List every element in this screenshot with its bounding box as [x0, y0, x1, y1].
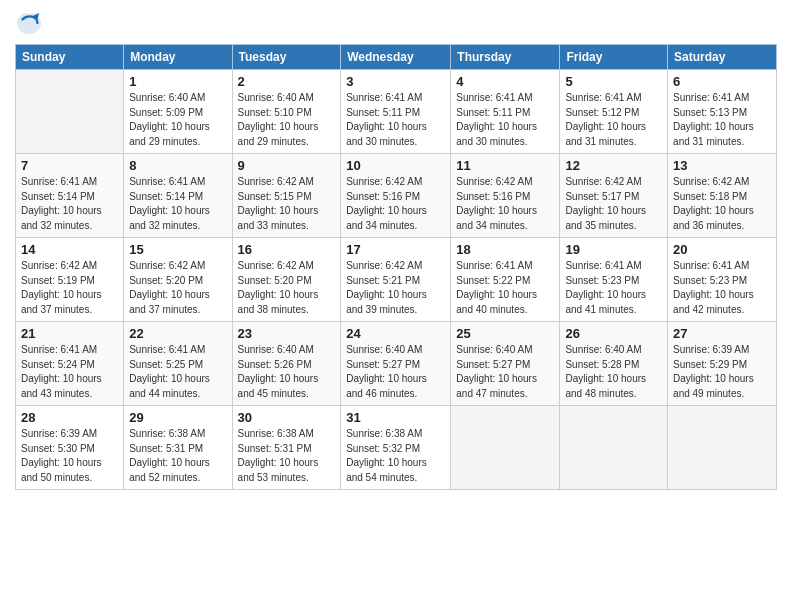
day-info: Sunrise: 6:42 AM Sunset: 5:20 PM Dayligh…: [129, 259, 226, 317]
day-number: 22: [129, 326, 226, 341]
calendar-cell: 21Sunrise: 6:41 AM Sunset: 5:24 PM Dayli…: [16, 322, 124, 406]
day-number: 3: [346, 74, 445, 89]
day-number: 21: [21, 326, 118, 341]
weekday-header-wednesday: Wednesday: [341, 45, 451, 70]
day-number: 12: [565, 158, 662, 173]
weekday-header-thursday: Thursday: [451, 45, 560, 70]
calendar-cell: 3Sunrise: 6:41 AM Sunset: 5:11 PM Daylig…: [341, 70, 451, 154]
day-info: Sunrise: 6:40 AM Sunset: 5:26 PM Dayligh…: [238, 343, 336, 401]
logo: [15, 10, 47, 38]
day-number: 8: [129, 158, 226, 173]
weekday-header-saturday: Saturday: [668, 45, 777, 70]
day-info: Sunrise: 6:42 AM Sunset: 5:19 PM Dayligh…: [21, 259, 118, 317]
calendar-cell: 24Sunrise: 6:40 AM Sunset: 5:27 PM Dayli…: [341, 322, 451, 406]
calendar-cell: 29Sunrise: 6:38 AM Sunset: 5:31 PM Dayli…: [124, 406, 232, 490]
day-number: 26: [565, 326, 662, 341]
calendar-cell: 20Sunrise: 6:41 AM Sunset: 5:23 PM Dayli…: [668, 238, 777, 322]
calendar-cell: 14Sunrise: 6:42 AM Sunset: 5:19 PM Dayli…: [16, 238, 124, 322]
day-number: 20: [673, 242, 771, 257]
day-info: Sunrise: 6:41 AM Sunset: 5:13 PM Dayligh…: [673, 91, 771, 149]
calendar-week-row: 1Sunrise: 6:40 AM Sunset: 5:09 PM Daylig…: [16, 70, 777, 154]
calendar-cell: [668, 406, 777, 490]
day-number: 15: [129, 242, 226, 257]
day-number: 4: [456, 74, 554, 89]
calendar-cell: 19Sunrise: 6:41 AM Sunset: 5:23 PM Dayli…: [560, 238, 668, 322]
calendar-cell: 1Sunrise: 6:40 AM Sunset: 5:09 PM Daylig…: [124, 70, 232, 154]
weekday-header-tuesday: Tuesday: [232, 45, 341, 70]
day-number: 28: [21, 410, 118, 425]
calendar-cell: 12Sunrise: 6:42 AM Sunset: 5:17 PM Dayli…: [560, 154, 668, 238]
day-info: Sunrise: 6:41 AM Sunset: 5:25 PM Dayligh…: [129, 343, 226, 401]
day-number: 7: [21, 158, 118, 173]
day-number: 9: [238, 158, 336, 173]
day-number: 25: [456, 326, 554, 341]
weekday-header-monday: Monday: [124, 45, 232, 70]
day-number: 23: [238, 326, 336, 341]
calendar-cell: 30Sunrise: 6:38 AM Sunset: 5:31 PM Dayli…: [232, 406, 341, 490]
day-info: Sunrise: 6:38 AM Sunset: 5:31 PM Dayligh…: [238, 427, 336, 485]
calendar-cell: 10Sunrise: 6:42 AM Sunset: 5:16 PM Dayli…: [341, 154, 451, 238]
calendar-cell: 7Sunrise: 6:41 AM Sunset: 5:14 PM Daylig…: [16, 154, 124, 238]
calendar-cell: 13Sunrise: 6:42 AM Sunset: 5:18 PM Dayli…: [668, 154, 777, 238]
day-info: Sunrise: 6:41 AM Sunset: 5:23 PM Dayligh…: [565, 259, 662, 317]
day-info: Sunrise: 6:41 AM Sunset: 5:14 PM Dayligh…: [21, 175, 118, 233]
weekday-header-friday: Friday: [560, 45, 668, 70]
calendar-cell: 6Sunrise: 6:41 AM Sunset: 5:13 PM Daylig…: [668, 70, 777, 154]
logo-icon: [15, 10, 43, 38]
calendar-cell: 16Sunrise: 6:42 AM Sunset: 5:20 PM Dayli…: [232, 238, 341, 322]
day-info: Sunrise: 6:40 AM Sunset: 5:27 PM Dayligh…: [346, 343, 445, 401]
calendar-week-row: 21Sunrise: 6:41 AM Sunset: 5:24 PM Dayli…: [16, 322, 777, 406]
calendar-cell: 5Sunrise: 6:41 AM Sunset: 5:12 PM Daylig…: [560, 70, 668, 154]
day-number: 27: [673, 326, 771, 341]
day-info: Sunrise: 6:42 AM Sunset: 5:16 PM Dayligh…: [346, 175, 445, 233]
day-number: 13: [673, 158, 771, 173]
day-info: Sunrise: 6:42 AM Sunset: 5:17 PM Dayligh…: [565, 175, 662, 233]
day-info: Sunrise: 6:39 AM Sunset: 5:29 PM Dayligh…: [673, 343, 771, 401]
header: [15, 10, 777, 38]
calendar-cell: 31Sunrise: 6:38 AM Sunset: 5:32 PM Dayli…: [341, 406, 451, 490]
day-info: Sunrise: 6:42 AM Sunset: 5:20 PM Dayligh…: [238, 259, 336, 317]
calendar-week-row: 28Sunrise: 6:39 AM Sunset: 5:30 PM Dayli…: [16, 406, 777, 490]
day-info: Sunrise: 6:41 AM Sunset: 5:11 PM Dayligh…: [456, 91, 554, 149]
day-info: Sunrise: 6:40 AM Sunset: 5:09 PM Dayligh…: [129, 91, 226, 149]
day-number: 19: [565, 242, 662, 257]
day-info: Sunrise: 6:41 AM Sunset: 5:23 PM Dayligh…: [673, 259, 771, 317]
calendar-cell: 17Sunrise: 6:42 AM Sunset: 5:21 PM Dayli…: [341, 238, 451, 322]
day-info: Sunrise: 6:39 AM Sunset: 5:30 PM Dayligh…: [21, 427, 118, 485]
day-number: 2: [238, 74, 336, 89]
day-number: 31: [346, 410, 445, 425]
day-number: 24: [346, 326, 445, 341]
calendar-cell: 23Sunrise: 6:40 AM Sunset: 5:26 PM Dayli…: [232, 322, 341, 406]
calendar-cell: 8Sunrise: 6:41 AM Sunset: 5:14 PM Daylig…: [124, 154, 232, 238]
day-info: Sunrise: 6:41 AM Sunset: 5:22 PM Dayligh…: [456, 259, 554, 317]
calendar-cell: 2Sunrise: 6:40 AM Sunset: 5:10 PM Daylig…: [232, 70, 341, 154]
day-info: Sunrise: 6:42 AM Sunset: 5:15 PM Dayligh…: [238, 175, 336, 233]
calendar-cell: 11Sunrise: 6:42 AM Sunset: 5:16 PM Dayli…: [451, 154, 560, 238]
calendar-table: SundayMondayTuesdayWednesdayThursdayFrid…: [15, 44, 777, 490]
day-number: 29: [129, 410, 226, 425]
day-info: Sunrise: 6:42 AM Sunset: 5:21 PM Dayligh…: [346, 259, 445, 317]
calendar-cell: 9Sunrise: 6:42 AM Sunset: 5:15 PM Daylig…: [232, 154, 341, 238]
day-number: 14: [21, 242, 118, 257]
calendar-cell: 25Sunrise: 6:40 AM Sunset: 5:27 PM Dayli…: [451, 322, 560, 406]
day-info: Sunrise: 6:40 AM Sunset: 5:27 PM Dayligh…: [456, 343, 554, 401]
calendar-cell: [451, 406, 560, 490]
calendar-cell: 15Sunrise: 6:42 AM Sunset: 5:20 PM Dayli…: [124, 238, 232, 322]
day-number: 1: [129, 74, 226, 89]
calendar-cell: 4Sunrise: 6:41 AM Sunset: 5:11 PM Daylig…: [451, 70, 560, 154]
day-number: 17: [346, 242, 445, 257]
day-info: Sunrise: 6:41 AM Sunset: 5:24 PM Dayligh…: [21, 343, 118, 401]
day-info: Sunrise: 6:41 AM Sunset: 5:14 PM Dayligh…: [129, 175, 226, 233]
day-number: 11: [456, 158, 554, 173]
day-info: Sunrise: 6:42 AM Sunset: 5:18 PM Dayligh…: [673, 175, 771, 233]
weekday-header-row: SundayMondayTuesdayWednesdayThursdayFrid…: [16, 45, 777, 70]
day-number: 5: [565, 74, 662, 89]
calendar-cell: 26Sunrise: 6:40 AM Sunset: 5:28 PM Dayli…: [560, 322, 668, 406]
calendar-cell: [16, 70, 124, 154]
calendar-cell: 18Sunrise: 6:41 AM Sunset: 5:22 PM Dayli…: [451, 238, 560, 322]
calendar-week-row: 14Sunrise: 6:42 AM Sunset: 5:19 PM Dayli…: [16, 238, 777, 322]
day-info: Sunrise: 6:42 AM Sunset: 5:16 PM Dayligh…: [456, 175, 554, 233]
calendar-cell: 28Sunrise: 6:39 AM Sunset: 5:30 PM Dayli…: [16, 406, 124, 490]
calendar-cell: 27Sunrise: 6:39 AM Sunset: 5:29 PM Dayli…: [668, 322, 777, 406]
day-number: 6: [673, 74, 771, 89]
